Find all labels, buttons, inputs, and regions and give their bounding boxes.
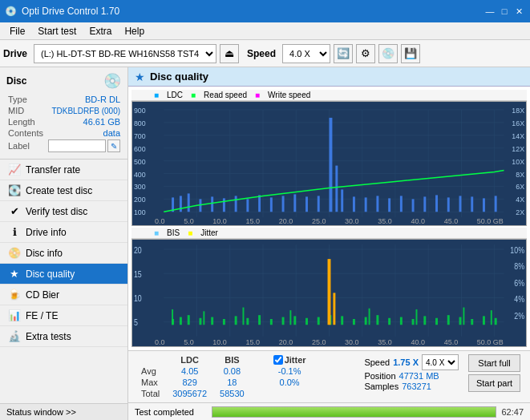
svg-rect-78 xyxy=(211,317,213,325)
sidebar-item-cd-bier[interactable]: 🍺 CD Bier xyxy=(0,285,127,305)
contents-value: data xyxy=(48,128,120,138)
app-title: Opti Drive Control 1.70 xyxy=(22,6,119,17)
svg-rect-34 xyxy=(330,118,333,212)
sidebar-item-fe-te[interactable]: 📊 FE / TE xyxy=(0,305,127,326)
y-label-800: 800 xyxy=(134,119,146,127)
menu-start-test[interactable]: Start test xyxy=(31,25,83,38)
svg-rect-22 xyxy=(188,193,190,212)
svg-rect-97 xyxy=(435,318,438,325)
position-value: 47731 MB xyxy=(399,371,439,381)
samples-label: Samples xyxy=(364,382,399,391)
svg-rect-77 xyxy=(199,318,201,325)
speed-stat-label: Speed xyxy=(364,357,390,367)
stats-header-bis: BIS xyxy=(213,354,251,365)
fe-te-label: FE / TE xyxy=(26,310,58,321)
x-label-30: 30.0 xyxy=(345,217,359,225)
svg-rect-84 xyxy=(282,317,285,325)
sidebar-item-extra-tests[interactable]: 🔬 Extra tests xyxy=(0,326,127,347)
svg-text:6%: 6% xyxy=(514,278,524,288)
svg-rect-25 xyxy=(223,198,225,212)
b-x-label-15: 15.0 xyxy=(246,338,261,346)
start-full-button[interactable]: Start full xyxy=(468,354,520,372)
svg-rect-94 xyxy=(400,317,403,325)
jitter-legend-label: Jitter xyxy=(200,228,218,237)
avg-bis: 0.08 xyxy=(213,365,251,377)
disc-info-label: Disc info xyxy=(26,248,63,259)
b-x-label-10: 10.0 xyxy=(212,338,227,346)
stats-header-jitter-spacer xyxy=(251,354,267,365)
ldc-legend-dot: ■ xyxy=(154,91,159,99)
writespeed-legend-dot: ■ xyxy=(255,91,260,99)
svg-rect-109 xyxy=(369,309,370,325)
drive-select[interactable]: (L:) HL-DT-ST BD-RE WH16NS58 TST4 xyxy=(34,44,216,63)
drive-info-icon: ℹ xyxy=(8,226,21,238)
svg-rect-21 xyxy=(180,196,182,212)
svg-rect-49 xyxy=(495,196,497,212)
refresh-button[interactable]: 🔄 xyxy=(334,44,353,63)
close-button[interactable]: ✕ xyxy=(512,5,525,18)
jitter-label: Jitter xyxy=(285,355,306,365)
disc-button[interactable]: 💿 xyxy=(378,44,398,63)
svg-text:8X: 8X xyxy=(516,170,524,178)
stats-row-avg: Avg 4.05 0.08 -0.1% xyxy=(135,365,313,377)
speed-info-panel: Speed 1.75 X 4.0 X Position 47731 MB Sam… xyxy=(358,354,465,391)
status-window-toggle[interactable]: Status window >> xyxy=(0,403,127,420)
svg-rect-83 xyxy=(270,319,273,325)
label-input[interactable] xyxy=(48,139,106,152)
jitter-checkbox[interactable] xyxy=(273,355,283,365)
cd-bier-label: CD Bier xyxy=(26,289,59,301)
svg-rect-91 xyxy=(365,317,367,325)
toolbar: Drive (L:) HL-DT-ST BD-RE WH16NS58 TST4 … xyxy=(0,40,530,67)
start-part-button[interactable]: Start part xyxy=(468,374,520,392)
stats-header-jitter: Jitter xyxy=(267,354,313,365)
eject-button[interactable]: ⏏ xyxy=(220,44,239,63)
x-label-20: 20.0 xyxy=(279,217,293,225)
verify-test-disc-label: Verify test disc xyxy=(26,206,87,217)
svg-rect-28 xyxy=(258,195,261,212)
svg-rect-86 xyxy=(305,318,308,325)
sidebar-item-transfer-rate[interactable]: 📈 Transfer rate xyxy=(0,160,127,180)
label-edit-button[interactable]: ✎ xyxy=(107,139,120,152)
drive-label: Drive xyxy=(3,48,27,59)
speed-select[interactable]: 4.0 X xyxy=(282,44,330,63)
sidebar-item-disc-info[interactable]: 📀 Disc info xyxy=(0,243,127,264)
svg-rect-92 xyxy=(376,315,378,325)
max-label: Max xyxy=(135,377,166,388)
b-x-label-0: 0.0 xyxy=(155,338,165,346)
create-test-disc-icon: 💽 xyxy=(8,184,21,196)
svg-rect-80 xyxy=(235,317,237,325)
menu-extra[interactable]: Extra xyxy=(83,25,118,38)
svg-rect-43 xyxy=(423,196,426,212)
menu-file[interactable]: File xyxy=(3,25,31,38)
sidebar-item-drive-info[interactable]: ℹ Drive info xyxy=(0,222,127,243)
svg-rect-36 xyxy=(341,189,343,212)
bis-legend-label: BIS xyxy=(167,228,180,237)
svg-rect-100 xyxy=(471,319,473,325)
settings-button[interactable]: ⚙ xyxy=(356,44,375,63)
length-value: 46.61 GB xyxy=(48,117,120,127)
sidebar-item-disc-quality[interactable]: ★ Disc quality xyxy=(0,264,127,285)
save-button[interactable]: 💾 xyxy=(401,44,420,63)
speed-label: Speed xyxy=(247,48,276,59)
speed-stat-select[interactable]: 4.0 X xyxy=(422,354,459,370)
svg-rect-102 xyxy=(495,318,497,325)
menu-help[interactable]: Help xyxy=(118,25,151,38)
svg-rect-42 xyxy=(412,199,415,212)
x-label-5: 5.0 xyxy=(184,217,194,225)
minimize-button[interactable]: — xyxy=(483,5,496,18)
svg-rect-104 xyxy=(333,293,335,325)
b-x-label-5: 5.0 xyxy=(184,338,194,346)
sidebar-item-verify-test-disc[interactable]: ✔ Verify test disc xyxy=(0,201,127,222)
menubar: File Start test Extra Help xyxy=(0,22,530,40)
svg-text:10%: 10% xyxy=(510,245,524,255)
svg-text:4%: 4% xyxy=(514,295,524,305)
maximize-button[interactable]: □ xyxy=(498,5,511,18)
top-chart: 900 800 700 600 500 400 300 200 100 xyxy=(131,101,527,226)
fe-te-icon: 📊 xyxy=(8,309,21,321)
ldc-legend-label: LDC xyxy=(167,91,183,99)
titlebar-controls[interactable]: — □ ✕ xyxy=(483,5,525,18)
svg-text:6X: 6X xyxy=(516,183,524,191)
stats-header-ldc: LDC xyxy=(166,354,213,365)
svg-rect-105 xyxy=(172,309,173,325)
sidebar-item-create-test-disc[interactable]: 💽 Create test disc xyxy=(0,180,127,201)
